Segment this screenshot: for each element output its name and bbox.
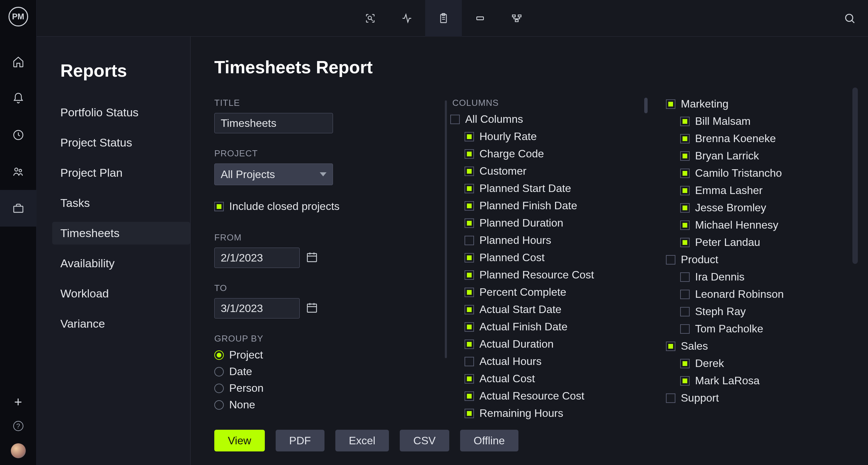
to-date-input[interactable] <box>214 298 300 318</box>
people-icon <box>12 166 24 178</box>
team-product[interactable]: Product <box>666 253 835 266</box>
nav-team[interactable] <box>0 153 37 190</box>
column-planned-cost[interactable]: Planned Cost <box>465 251 647 264</box>
member-label: Michael Hennesy <box>695 219 778 231</box>
team-sales[interactable]: Sales <box>666 340 835 352</box>
column-charge-code[interactable]: Charge Code <box>465 148 647 160</box>
nav-home[interactable] <box>0 43 37 80</box>
nav-notifications[interactable] <box>0 80 37 117</box>
member-jesse-bromley[interactable]: Jesse Bromley <box>680 201 835 214</box>
member-steph-ray[interactable]: Steph Ray <box>680 305 835 318</box>
member-michael-hennesy[interactable]: Michael Hennesy <box>680 219 835 231</box>
calendar-icon[interactable] <box>306 302 318 315</box>
app-logo[interactable]: PM <box>8 7 28 26</box>
help-button[interactable]: ? <box>13 421 23 431</box>
pdf-button[interactable]: PDF <box>276 430 324 451</box>
include-closed-checkbox[interactable]: Include closed projects <box>214 200 431 213</box>
column-actual-start-date[interactable]: Actual Start Date <box>465 303 647 316</box>
member-leonard-robinson[interactable]: Leonard Robinson <box>680 288 835 301</box>
topbar <box>37 0 868 37</box>
sidebar-item-workload[interactable]: Workload <box>60 282 190 305</box>
add-button[interactable]: + <box>14 395 22 409</box>
radio-label: None <box>229 399 255 411</box>
svg-point-11 <box>846 14 853 21</box>
member-bryan-larrick[interactable]: Bryan Larrick <box>680 150 835 162</box>
checkbox-icon <box>465 374 474 384</box>
group-by-person[interactable]: Person <box>214 382 431 394</box>
sidebar-item-timesheets[interactable]: Timesheets <box>52 222 190 245</box>
column-actual-hours[interactable]: Actual Hours <box>465 355 647 368</box>
column-actual-duration[interactable]: Actual Duration <box>465 338 647 350</box>
sidebar-item-availability[interactable]: Availability <box>60 252 190 275</box>
flow-icon <box>511 13 522 24</box>
column-actual-cost[interactable]: Actual Cost <box>465 372 647 385</box>
svg-rect-10 <box>515 20 518 22</box>
checkbox-label: Planned Start Date <box>479 182 571 195</box>
checkbox-label: Actual Start Date <box>479 303 561 316</box>
checkbox-label: Actual Cost <box>479 372 535 385</box>
checkbox-icon <box>680 186 690 195</box>
column-all[interactable]: All Columns <box>450 113 647 125</box>
checkbox-icon <box>465 409 474 418</box>
sidebar-item-tasks[interactable]: Tasks <box>60 192 190 214</box>
team-support[interactable]: Support <box>666 392 835 404</box>
nav-reports[interactable] <box>0 190 37 227</box>
offline-button[interactable]: Offline <box>460 430 518 451</box>
briefcase-icon <box>12 202 24 214</box>
member-peter-landau[interactable]: Peter Landau <box>680 236 835 249</box>
member-ira-dennis[interactable]: Ira Dennis <box>680 271 835 283</box>
group-by-none[interactable]: None <box>214 399 431 411</box>
sidebar-item-portfolio-status[interactable]: Portfolio Status <box>60 101 190 124</box>
checkbox-label: Planned Finish Date <box>479 199 577 212</box>
member-derek[interactable]: Derek <box>680 357 835 370</box>
sidebar-item-project-plan[interactable]: Project Plan <box>60 161 190 184</box>
radio-label: Project <box>229 349 263 361</box>
column-hourly-rate[interactable]: Hourly Rate <box>465 130 647 143</box>
project-select[interactable]: All Projects <box>214 163 333 185</box>
column-percent-complete[interactable]: Percent Complete <box>465 286 647 298</box>
from-date-input[interactable] <box>214 248 300 268</box>
checkbox-label: Customer <box>479 165 527 177</box>
svg-rect-8 <box>512 15 515 17</box>
group-by-project[interactable]: Project <box>214 349 431 361</box>
team-label: Product <box>681 253 718 266</box>
column-planned-resource-cost[interactable]: Planned Resource Cost <box>465 269 647 281</box>
member-camilo-tristancho[interactable]: Camilo Tristancho <box>680 167 835 179</box>
title-input[interactable] <box>214 113 333 133</box>
topbar-activity[interactable] <box>389 0 425 37</box>
activity-icon <box>401 13 413 24</box>
member-tom-pacholke[interactable]: Tom Pacholke <box>680 323 835 335</box>
user-avatar[interactable] <box>11 443 26 458</box>
excel-button[interactable]: Excel <box>335 430 389 451</box>
group-by-date[interactable]: Date <box>214 365 431 378</box>
search-icon <box>844 12 856 24</box>
member-emma-lasher[interactable]: Emma Lasher <box>680 184 835 197</box>
topbar-flow[interactable] <box>498 0 535 37</box>
checkbox-icon <box>680 290 690 299</box>
column-planned-finish-date[interactable]: Planned Finish Date <box>465 199 647 212</box>
team-marketing[interactable]: Marketing <box>666 98 835 110</box>
column-actual-finish-date[interactable]: Actual Finish Date <box>465 321 647 333</box>
topbar-clipboard[interactable] <box>425 0 462 37</box>
scroll-thumb[interactable] <box>644 98 648 113</box>
column-actual-resource-cost[interactable]: Actual Resource Cost <box>465 390 647 402</box>
sidebar-item-project-status[interactable]: Project Status <box>60 131 190 154</box>
column-planned-duration[interactable]: Planned Duration <box>465 217 647 229</box>
topbar-inspect[interactable] <box>352 0 389 37</box>
member-brenna-koeneke[interactable]: Brenna Koeneke <box>680 132 835 145</box>
member-bill-malsam[interactable]: Bill Malsam <box>680 115 835 128</box>
topbar-minimize[interactable] <box>462 0 498 37</box>
column-remaining-hours[interactable]: Remaining Hours <box>465 407 647 420</box>
member-mark-larosa[interactable]: Mark LaRosa <box>680 374 835 387</box>
nav-recent[interactable] <box>0 117 37 153</box>
column-customer[interactable]: Customer <box>465 165 647 177</box>
page-scrollbar[interactable] <box>852 88 858 352</box>
csv-button[interactable]: CSV <box>400 430 449 451</box>
view-button[interactable]: View <box>214 430 265 451</box>
column-planned-hours[interactable]: Planned Hours <box>465 234 647 247</box>
sidebar-item-variance[interactable]: Variance <box>60 312 190 335</box>
column-planned-start-date[interactable]: Planned Start Date <box>465 182 647 195</box>
scroll-track[interactable] <box>445 100 447 358</box>
topbar-search[interactable] <box>831 0 868 37</box>
calendar-icon[interactable] <box>306 251 318 265</box>
